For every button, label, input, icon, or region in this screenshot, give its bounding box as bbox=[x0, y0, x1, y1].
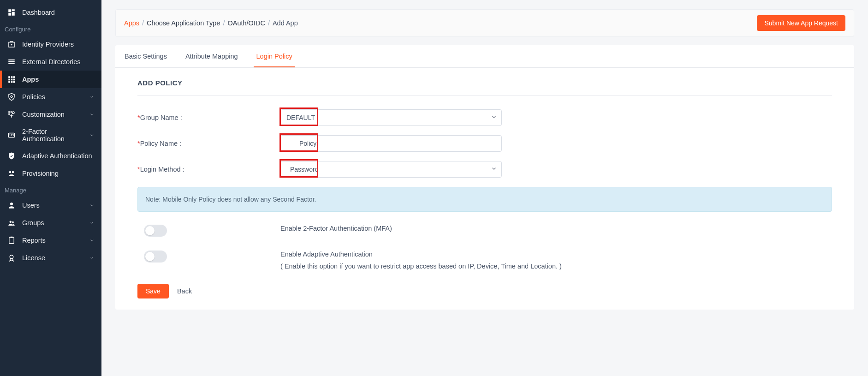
submit-new-app-request-button[interactable]: Submit New App Request bbox=[757, 15, 845, 31]
svg-rect-13 bbox=[13, 79, 15, 81]
svg-text:123: 123 bbox=[9, 134, 14, 137]
form-row-login-method: *Login Method : Password bbox=[137, 161, 832, 178]
form-actions: Save Back bbox=[137, 284, 832, 298]
groups-icon bbox=[7, 219, 16, 227]
svg-rect-11 bbox=[8, 79, 10, 81]
svg-rect-2 bbox=[12, 12, 15, 16]
sidebar-item-customization[interactable]: Customization bbox=[0, 106, 101, 123]
content-panel: Basic Settings Attribute Mapping Login P… bbox=[115, 45, 854, 310]
sidebar-item-label: Groups bbox=[22, 219, 89, 227]
svg-rect-14 bbox=[8, 81, 10, 83]
toggle-row-mfa: Enable 2-Factor Authentication (MFA) bbox=[137, 225, 832, 237]
breadcrumb-bar: Apps / Choose Application Type / OAuth/O… bbox=[115, 9, 854, 37]
info-note: Note: Mobile Only Policy does not allow … bbox=[137, 187, 832, 212]
license-icon bbox=[7, 254, 16, 262]
svg-rect-18 bbox=[8, 111, 10, 113]
reports-icon bbox=[7, 236, 16, 245]
mfa-toggle-label: Enable 2-Factor Authentication (MFA) bbox=[280, 225, 832, 232]
svg-point-24 bbox=[9, 171, 12, 173]
sidebar-item-users[interactable]: Users bbox=[0, 197, 101, 214]
login-policy-panel: ADD POLICY *Group Name : DEFAULT bbox=[115, 68, 854, 310]
sidebar-item-label: Policies bbox=[22, 93, 89, 101]
svg-point-28 bbox=[12, 221, 14, 223]
policy-name-label: *Policy Name : bbox=[137, 140, 280, 147]
sidebar-item-policies[interactable]: Policies bbox=[0, 88, 101, 106]
mfa-toggle[interactable] bbox=[144, 225, 167, 237]
svg-rect-15 bbox=[11, 81, 13, 83]
chevron-down-icon bbox=[89, 256, 94, 260]
breadcrumb-apps[interactable]: Apps bbox=[124, 19, 139, 27]
svg-rect-8 bbox=[8, 76, 10, 78]
sidebar-item-groups[interactable]: Groups bbox=[0, 214, 101, 232]
sidebar-item-label: Provisioning bbox=[22, 170, 94, 177]
svg-rect-3 bbox=[8, 13, 11, 16]
sidebar-item-label: Dashboard bbox=[22, 9, 94, 16]
svg-point-21 bbox=[12, 112, 15, 114]
group-name-label: *Group Name : bbox=[137, 114, 280, 121]
svg-rect-1 bbox=[12, 9, 15, 11]
svg-rect-29 bbox=[9, 237, 14, 244]
svg-rect-6 bbox=[8, 61, 15, 62]
adaptive-toggle[interactable] bbox=[144, 251, 167, 263]
sidebar-item-label: External Directories bbox=[22, 58, 94, 66]
group-name-select[interactable]: DEFAULT bbox=[280, 109, 502, 126]
sidebar-item-label: Identity Providers bbox=[22, 41, 94, 48]
sidebar-item-2fa[interactable]: 123 2-Factor Authentication bbox=[0, 123, 101, 147]
panel-title: ADD POLICY bbox=[137, 79, 832, 95]
tabs: Basic Settings Attribute Mapping Login P… bbox=[115, 45, 854, 68]
sidebar-item-provisioning[interactable]: Provisioning bbox=[0, 165, 101, 182]
svg-point-17 bbox=[11, 95, 12, 97]
sidebar-item-label: License bbox=[22, 254, 89, 262]
tab-basic-settings[interactable]: Basic Settings bbox=[122, 45, 170, 67]
policies-icon bbox=[7, 93, 16, 101]
chevron-down-icon bbox=[89, 238, 94, 243]
sidebar-item-license[interactable]: License bbox=[0, 249, 101, 267]
sidebar-section-manage: Manage bbox=[0, 182, 101, 197]
svg-rect-0 bbox=[8, 9, 11, 12]
svg-rect-20 bbox=[11, 111, 12, 113]
policy-name-input[interactable] bbox=[280, 135, 502, 152]
breadcrumb-current: Add App bbox=[273, 19, 298, 27]
dashboard-icon bbox=[7, 8, 16, 17]
breadcrumb-oauth[interactable]: OAuth/OIDC bbox=[227, 19, 265, 27]
sidebar-item-adaptive-auth[interactable]: Adaptive Authentication bbox=[0, 147, 101, 165]
svg-rect-10 bbox=[13, 76, 15, 78]
login-method-select[interactable]: Password bbox=[280, 161, 502, 178]
sidebar: Dashboard Configure Identity Providers E… bbox=[0, 0, 101, 376]
sidebar-item-label: Adaptive Authentication bbox=[22, 152, 94, 160]
adaptive-toggle-label: Enable Adaptive Authentication bbox=[280, 251, 832, 258]
sidebar-item-identity-providers[interactable]: Identity Providers bbox=[0, 36, 101, 53]
twofa-icon: 123 bbox=[7, 131, 16, 139]
toggle-row-adaptive: Enable Adaptive Authentication ( Enable … bbox=[137, 251, 832, 270]
chevron-down-icon bbox=[89, 203, 94, 208]
chevron-down-icon bbox=[89, 133, 94, 137]
sidebar-item-external-directories[interactable]: External Directories bbox=[0, 53, 101, 71]
sidebar-item-apps[interactable]: Apps bbox=[0, 71, 101, 88]
breadcrumb-separator: / bbox=[268, 19, 270, 27]
sidebar-item-reports[interactable]: Reports bbox=[0, 232, 101, 249]
sidebar-item-label: Users bbox=[22, 202, 89, 209]
tab-login-policy[interactable]: Login Policy bbox=[254, 45, 295, 67]
save-button[interactable]: Save bbox=[137, 284, 169, 298]
chevron-down-icon bbox=[89, 95, 94, 99]
sidebar-section-configure: Configure bbox=[0, 21, 101, 36]
svg-point-25 bbox=[12, 171, 14, 173]
sidebar-item-label: 2-Factor Authentication bbox=[22, 128, 89, 143]
svg-rect-12 bbox=[11, 79, 13, 81]
tab-attribute-mapping[interactable]: Attribute Mapping bbox=[183, 45, 241, 67]
back-button[interactable]: Back bbox=[177, 287, 192, 295]
svg-rect-7 bbox=[8, 63, 15, 64]
form-row-policy-name: *Policy Name : bbox=[137, 135, 832, 152]
sidebar-item-label: Customization bbox=[22, 111, 89, 118]
breadcrumb-separator: / bbox=[223, 19, 225, 27]
svg-point-27 bbox=[10, 221, 12, 223]
breadcrumb-choose-type[interactable]: Choose Application Type bbox=[147, 19, 220, 27]
customization-icon bbox=[7, 110, 16, 119]
sidebar-item-dashboard[interactable]: Dashboard bbox=[0, 4, 101, 21]
directories-icon bbox=[7, 58, 16, 66]
login-method-label: *Login Method : bbox=[137, 166, 280, 173]
breadcrumb-separator: / bbox=[142, 19, 144, 27]
form-row-group-name: *Group Name : DEFAULT bbox=[137, 109, 832, 126]
main-content: Apps / Choose Application Type / OAuth/O… bbox=[101, 0, 868, 376]
svg-rect-16 bbox=[13, 81, 15, 83]
